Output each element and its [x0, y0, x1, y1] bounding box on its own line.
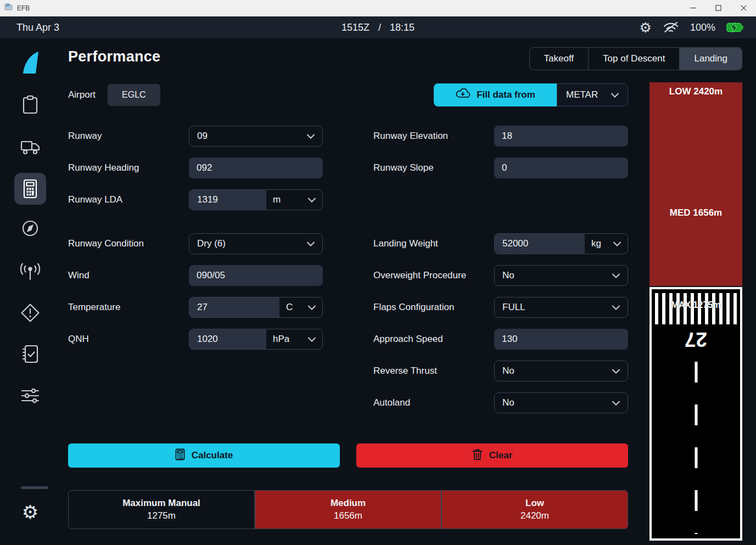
- fill-data-button[interactable]: Fill data from: [434, 83, 557, 106]
- unit-value: kg: [591, 238, 601, 249]
- runway-slope-input[interactable]: [494, 158, 628, 178]
- field-label: QNH: [68, 334, 189, 345]
- field-runway-condition: Runway Condition Dry (6): [68, 233, 323, 254]
- unit-value: C: [286, 302, 293, 313]
- field-label: Wind: [68, 270, 189, 281]
- sidebar-item-warning[interactable]: [0, 302, 60, 323]
- battery-charging-icon: [726, 22, 744, 33]
- airport-button[interactable]: EGLC: [108, 84, 160, 106]
- qnh-unit-select[interactable]: hPa: [266, 329, 322, 349]
- qnh-input[interactable]: [189, 329, 266, 349]
- field-runway-slope: Runway Slope: [373, 158, 628, 178]
- runway-lda-unit-select[interactable]: m: [266, 190, 322, 210]
- calculator-icon: [175, 448, 185, 463]
- field-runway: Runway 09: [68, 126, 323, 147]
- app-window-icon: [4, 3, 13, 13]
- utc-time: 1515Z: [341, 22, 369, 33]
- sidebar-item-clipboard[interactable]: [0, 95, 60, 115]
- maximize-button[interactable]: [705, 0, 731, 16]
- overrun-med-label: MED 1656m: [649, 207, 742, 218]
- runway-condition-select[interactable]: Dry (6): [189, 233, 323, 254]
- runway-heading-input[interactable]: [189, 158, 323, 178]
- chevron-down-icon: [612, 366, 620, 377]
- field-label: Runway Condition: [68, 238, 189, 249]
- trash-icon: [472, 448, 483, 463]
- gear-icon[interactable]: ⚙: [640, 21, 652, 35]
- performance-form: Runway 09 Runway Heading Runway LDA: [68, 126, 628, 424]
- wind-input[interactable]: [189, 265, 323, 286]
- overrun-low-label: LOW 2420m: [649, 86, 742, 97]
- chevron-down-icon: [307, 131, 315, 142]
- sidebar-item-truck[interactable]: [0, 138, 60, 156]
- field-label: Approach Speed: [373, 334, 494, 345]
- app-logo: [0, 50, 60, 75]
- page-title: Performance: [68, 48, 160, 65]
- sidebar: ⚙: [0, 38, 60, 545]
- time-separator: /: [378, 22, 381, 33]
- approach-speed-input[interactable]: [494, 329, 628, 350]
- calculate-button[interactable]: Calculate: [68, 443, 340, 468]
- landing-weight-unit-select[interactable]: kg: [585, 234, 628, 254]
- window-title: EFB: [17, 4, 30, 12]
- runway-elevation-input[interactable]: [494, 126, 628, 147]
- field-label: Autoland: [373, 397, 494, 408]
- select-value: Dry (6): [197, 238, 226, 249]
- clear-button[interactable]: Clear: [356, 443, 628, 468]
- chevron-down-icon: [308, 334, 316, 345]
- cloud-download-icon: [455, 88, 471, 103]
- select-value: No: [502, 397, 514, 408]
- field-approach-speed: Approach Speed: [373, 329, 628, 350]
- chevron-down-icon: [612, 270, 620, 281]
- sidebar-item-compass[interactable]: [0, 218, 60, 238]
- tab-landing[interactable]: Landing: [679, 48, 742, 70]
- select-value: No: [502, 270, 514, 281]
- field-label: Temperature: [68, 302, 189, 313]
- field-flaps-configuration: Flaps Configuration FULL: [373, 297, 628, 318]
- fill-source-select[interactable]: METAR: [557, 83, 628, 106]
- result-value: 1656m: [334, 510, 362, 521]
- result-value: 1275m: [147, 510, 176, 521]
- field-label: Runway LDA: [68, 194, 189, 205]
- field-label: Runway Slope: [373, 162, 494, 173]
- select-value: 09: [197, 131, 208, 142]
- chevron-down-icon: [308, 302, 316, 313]
- os-titlebar: EFB: [0, 0, 756, 16]
- field-label: Landing Weight: [373, 238, 494, 249]
- field-label: Runway Heading: [68, 162, 189, 173]
- flaps-configuration-select[interactable]: FULL: [494, 297, 628, 318]
- statusbar: Thu Apr 3 1515Z / 18:15 ⚙ 100%: [0, 16, 756, 38]
- field-label: Flaps Configuration: [373, 302, 494, 313]
- field-autoland: Autoland No: [373, 392, 628, 413]
- result-label: Maximum Manual: [122, 498, 200, 509]
- temperature-input[interactable]: [189, 297, 279, 317]
- sidebar-divider: [21, 486, 48, 489]
- result-value: 2420m: [520, 510, 549, 521]
- sidebar-item-antenna[interactable]: [0, 262, 60, 282]
- sidebar-item-calculator[interactable]: [14, 173, 46, 205]
- chevron-down-icon: [307, 238, 315, 249]
- sidebar-item-gear[interactable]: ⚙: [0, 503, 60, 521]
- clear-label: Clear: [489, 450, 513, 461]
- temperature-unit-select[interactable]: C: [279, 297, 322, 317]
- tab-top-of-descent[interactable]: Top of Descent: [588, 48, 679, 70]
- airport-label: Airport: [68, 89, 96, 100]
- sidebar-item-checklist[interactable]: [0, 344, 60, 364]
- field-label: Runway: [68, 131, 189, 142]
- result-label: Medium: [331, 498, 366, 509]
- field-reverse-thrust: Reverse Thrust No: [373, 361, 628, 381]
- reverse-thrust-select[interactable]: No: [494, 361, 628, 381]
- field-wind: Wind: [68, 265, 323, 286]
- select-value: FULL: [502, 302, 525, 313]
- runway-lda-input[interactable]: [189, 190, 266, 210]
- wifi-off-icon[interactable]: [663, 20, 679, 35]
- close-button[interactable]: [731, 0, 756, 16]
- chevron-down-icon: [613, 238, 621, 249]
- overweight-procedure-select[interactable]: No: [494, 265, 628, 286]
- autoland-select[interactable]: No: [494, 392, 628, 413]
- tab-takeoff[interactable]: Takeoff: [530, 48, 589, 70]
- landing-weight-input[interactable]: [495, 234, 585, 254]
- sidebar-item-sliders[interactable]: [0, 386, 60, 406]
- chevron-down-icon: [612, 302, 620, 313]
- minimize-button[interactable]: [680, 0, 705, 16]
- runway-select[interactable]: 09: [189, 126, 323, 147]
